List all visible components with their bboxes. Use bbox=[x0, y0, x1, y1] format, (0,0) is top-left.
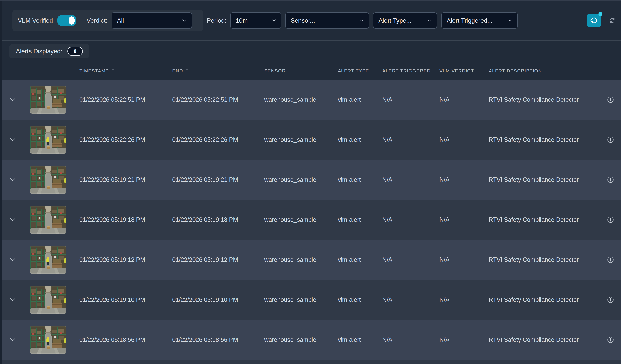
chevron-down-icon bbox=[360, 19, 364, 22]
expand-chevron-icon[interactable] bbox=[10, 138, 16, 142]
expand-chevron-icon[interactable] bbox=[10, 338, 16, 342]
alert-type-select[interactable]: Alert Type... bbox=[373, 12, 437, 29]
cell-sensor: warehouse_sample bbox=[264, 216, 338, 223]
cell-timestamp: 01/22/2026 05:19:10 PM bbox=[79, 296, 172, 303]
cell-end: 01/22/2026 05:18:56 PM bbox=[172, 336, 264, 343]
cell-alert-type: vlm-alert bbox=[338, 296, 382, 303]
cell-end: 01/22/2026 05:19:21 PM bbox=[172, 176, 264, 183]
column-header-label: SENSOR bbox=[264, 68, 286, 74]
cell-end: 01/22/2026 05:22:26 PM bbox=[172, 136, 264, 143]
sensor-select[interactable]: Sensor... bbox=[285, 12, 369, 29]
table-row: 01/22/2026 05:22:26 PM 01/22/2026 05:22:… bbox=[1, 120, 621, 160]
cell-alert-type: vlm-alert bbox=[338, 336, 382, 343]
auto-refresh-button[interactable] bbox=[587, 14, 601, 28]
sort-arrows-icon bbox=[186, 68, 190, 74]
column-header-alert-description: ALERT DESCRIPTION bbox=[489, 68, 600, 74]
cell-alert-description: RTVI Safety Compliance Detector bbox=[489, 136, 600, 143]
vlm-verified-toggle[interactable] bbox=[57, 15, 76, 26]
cell-alert-type: vlm-alert bbox=[338, 216, 382, 223]
chevron-down-icon bbox=[182, 19, 187, 22]
cell-sensor: warehouse_sample bbox=[264, 336, 338, 343]
period-label: Period: bbox=[207, 17, 226, 24]
info-icon[interactable] bbox=[607, 296, 614, 303]
alert-thumbnail[interactable] bbox=[30, 166, 66, 194]
cell-alert-triggered: N/A bbox=[382, 296, 439, 303]
expand-chevron-icon[interactable] bbox=[10, 218, 16, 222]
cell-alert-description: RTVI Safety Compliance Detector bbox=[489, 296, 600, 303]
cell-vlm-verdict: N/A bbox=[439, 256, 489, 263]
table-row: 01/22/2026 05:19:18 PM 01/22/2026 05:19:… bbox=[1, 200, 621, 240]
summary-band: Alerts Displayed: 8 bbox=[1, 41, 621, 62]
divider bbox=[81, 15, 82, 26]
cell-alert-description: RTVI Safety Compliance Detector bbox=[489, 336, 600, 343]
verdict-label: Verdict: bbox=[86, 17, 107, 24]
cell-alert-triggered: N/A bbox=[382, 336, 439, 343]
chevron-down-icon bbox=[272, 19, 276, 22]
cell-end: 01/22/2026 05:19:18 PM bbox=[172, 216, 264, 223]
cell-vlm-verdict: N/A bbox=[439, 296, 489, 303]
status-badge-dot bbox=[598, 12, 603, 16]
info-icon[interactable] bbox=[607, 136, 614, 143]
cell-alert-type: vlm-alert bbox=[338, 136, 382, 143]
cell-sensor: warehouse_sample bbox=[264, 136, 338, 143]
table-row: 01/22/2026 05:19:21 PM 01/22/2026 05:19:… bbox=[1, 160, 621, 200]
column-header-label: ALERT DESCRIPTION bbox=[489, 68, 542, 74]
info-icon[interactable] bbox=[607, 96, 614, 103]
cell-vlm-verdict: N/A bbox=[439, 136, 489, 143]
alert-thumbnail[interactable] bbox=[30, 246, 66, 274]
table-row-partial bbox=[1, 360, 621, 364]
period-value: 10m bbox=[236, 17, 248, 24]
sort-arrows-icon bbox=[112, 68, 116, 74]
column-header-label: VLM VERDICT bbox=[439, 68, 474, 74]
alert-thumbnail[interactable] bbox=[30, 206, 66, 234]
table-row: 01/22/2026 05:22:51 PM 01/22/2026 05:22:… bbox=[1, 80, 621, 120]
info-icon[interactable] bbox=[607, 256, 614, 263]
expand-chevron-icon[interactable] bbox=[10, 178, 16, 182]
cell-timestamp: 01/22/2026 05:22:26 PM bbox=[79, 136, 172, 143]
filters-toolbar: VLM Verified Verdict: All Period: 10m Se… bbox=[1, 1, 621, 41]
column-header-label: ALERT TRIGGERED bbox=[382, 68, 431, 74]
alert-thumbnail[interactable] bbox=[30, 286, 66, 314]
cell-alert-triggered: N/A bbox=[382, 176, 439, 183]
cell-vlm-verdict: N/A bbox=[439, 336, 489, 343]
alert-triggered-placeholder: Alert Triggered... bbox=[447, 17, 492, 24]
cell-timestamp: 01/22/2026 05:19:18 PM bbox=[79, 216, 172, 223]
cell-sensor: warehouse_sample bbox=[264, 176, 338, 183]
expand-chevron-icon[interactable] bbox=[10, 98, 16, 101]
column-header-vlm-verdict: VLM VERDICT bbox=[439, 68, 489, 74]
alert-thumbnail[interactable] bbox=[30, 126, 66, 154]
refresh-button[interactable] bbox=[609, 17, 616, 24]
cell-alert-description: RTVI Safety Compliance Detector bbox=[489, 176, 600, 183]
cell-vlm-verdict: N/A bbox=[439, 96, 489, 103]
column-header-sensor: SENSOR bbox=[264, 68, 338, 74]
cell-alert-description: RTVI Safety Compliance Detector bbox=[489, 96, 600, 103]
info-icon[interactable] bbox=[607, 336, 614, 343]
cell-vlm-verdict: N/A bbox=[439, 176, 489, 183]
column-header-label: TIMESTAMP bbox=[79, 68, 109, 74]
chevron-down-icon bbox=[427, 19, 431, 22]
cell-sensor: warehouse_sample bbox=[264, 256, 338, 263]
cell-timestamp: 01/22/2026 05:22:51 PM bbox=[79, 96, 172, 103]
info-icon[interactable] bbox=[607, 176, 614, 183]
alert-thumbnail[interactable] bbox=[30, 326, 66, 354]
cell-alert-type: vlm-alert bbox=[338, 96, 382, 103]
sensor-placeholder: Sensor... bbox=[291, 17, 315, 24]
alert-triggered-select[interactable]: Alert Triggered... bbox=[441, 12, 518, 29]
expand-chevron-icon[interactable] bbox=[10, 298, 16, 301]
cell-timestamp: 01/22/2026 05:19:21 PM bbox=[79, 176, 172, 183]
chevron-down-icon bbox=[508, 19, 512, 22]
refresh-icon bbox=[609, 17, 616, 24]
column-header-end[interactable]: END bbox=[172, 68, 264, 74]
alert-thumbnail[interactable] bbox=[30, 86, 66, 114]
info-icon[interactable] bbox=[607, 216, 614, 223]
cell-end: 01/22/2026 05:19:12 PM bbox=[172, 256, 264, 263]
cell-sensor: warehouse_sample bbox=[264, 296, 338, 303]
period-select[interactable]: 10m bbox=[230, 12, 281, 29]
table-row: 01/22/2026 05:19:10 PM 01/22/2026 05:19:… bbox=[1, 280, 621, 320]
column-header-timestamp[interactable]: TIMESTAMP bbox=[79, 68, 172, 74]
column-header-label: ALERT TYPE bbox=[338, 68, 369, 74]
verdict-select[interactable]: All bbox=[111, 12, 192, 29]
cell-alert-triggered: N/A bbox=[382, 256, 439, 263]
cell-alert-triggered: N/A bbox=[382, 96, 439, 103]
expand-chevron-icon[interactable] bbox=[10, 258, 16, 262]
